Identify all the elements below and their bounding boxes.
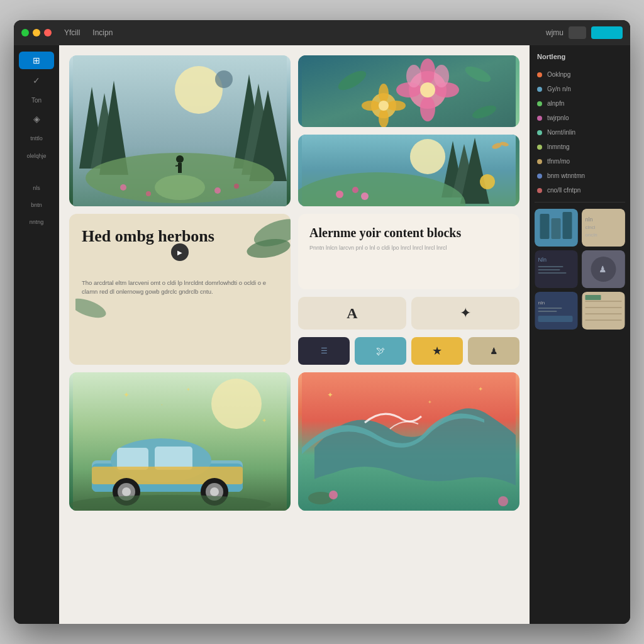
thumbnail-3[interactable]: Nln xyxy=(535,250,578,288)
car-card: ✦ ✦ ✦ · xyxy=(69,372,291,511)
right-sidebar-label-3: twjrpnlo xyxy=(547,114,569,121)
traffic-lights xyxy=(21,29,52,36)
svg-text:✦: ✦ xyxy=(478,386,483,392)
svg-text:✦: ✦ xyxy=(123,391,130,399)
menu-item-1[interactable]: Yfcill xyxy=(64,28,80,37)
svg-point-43 xyxy=(352,187,358,193)
thumbnail-4[interactable]: ♟ xyxy=(582,250,625,288)
svg-point-11 xyxy=(176,155,184,163)
right-sidebar-dot-1 xyxy=(537,87,542,92)
icon-tile-star-1[interactable]: ✦ xyxy=(411,297,519,330)
svg-point-15 xyxy=(146,191,151,196)
svg-rect-95 xyxy=(538,308,562,309)
icon-tile-letter-a[interactable]: A xyxy=(298,297,406,330)
right-sidebar-divider xyxy=(535,202,625,203)
thumbnail-grid: nln clncl oncln Nln xyxy=(535,209,625,330)
svg-point-65 xyxy=(122,487,131,496)
sidebar-item-3[interactable]: Ton xyxy=(19,92,54,108)
thumbnail-5[interactable]: nln xyxy=(535,292,578,330)
red-traffic-light[interactable] xyxy=(44,29,52,36)
svg-rect-89 xyxy=(538,272,567,274)
middle-right-column: Alernme yoir content blocks Pnntn lnlcn … xyxy=(298,214,519,365)
right-sidebar-item-0[interactable]: Ooklnpg xyxy=(535,68,625,81)
svg-rect-87 xyxy=(538,266,564,267)
green-traffic-light[interactable] xyxy=(21,29,29,36)
svg-text:Nln: Nln xyxy=(538,257,547,263)
right-sidebar-label-5: lnmntng xyxy=(547,143,570,150)
forest-card xyxy=(69,55,291,206)
sidebar-item-2[interactable]: ✓ xyxy=(19,72,54,89)
wave-card: ✦ ✦ ✦ xyxy=(298,372,519,511)
svg-text:✦: ✦ xyxy=(327,391,333,399)
svg-rect-61 xyxy=(155,447,192,470)
svg-point-44 xyxy=(361,192,369,200)
sidebar-item-1[interactable]: ⊞ xyxy=(19,52,54,69)
right-sidebar-item-3[interactable]: twjrpnlo xyxy=(535,111,625,125)
heading-card: Hed ombg herbons ▶ Tho arcdrtal eltm lar… xyxy=(69,214,291,365)
sidebar-item-7[interactable]: nls xyxy=(19,180,54,195)
right-sidebar-dot-5 xyxy=(537,145,542,150)
right-sidebar-dot-4 xyxy=(537,130,542,135)
floral-card xyxy=(298,55,519,127)
right-column-top xyxy=(298,55,519,206)
svg-rect-78 xyxy=(540,214,550,239)
svg-point-20 xyxy=(420,58,435,84)
right-sidebar-dot-0 xyxy=(537,72,542,77)
svg-text:✦: ✦ xyxy=(262,417,267,424)
thumbnail-6[interactable] xyxy=(582,292,625,330)
thumbnail-1[interactable] xyxy=(535,209,578,247)
right-sidebar-item-2[interactable]: alnpfn xyxy=(535,97,625,110)
icon-tile-dark-1[interactable]: ☰ xyxy=(298,337,350,365)
svg-point-45 xyxy=(480,174,495,189)
svg-text:nln: nln xyxy=(538,300,545,306)
yellow-traffic-light[interactable] xyxy=(33,29,40,36)
cards-grid: Hed ombg herbons ▶ Tho arcdrtal eltm lar… xyxy=(69,55,519,511)
svg-point-24 xyxy=(406,65,421,87)
sidebar-item-4[interactable]: ◈ xyxy=(19,110,54,128)
svg-point-16 xyxy=(214,187,221,194)
right-sidebar-label-2: alnpfn xyxy=(547,100,564,107)
left-sidebar: ⊞ ✓ Ton ◈ tnttlo olelqhje nls bntn xyxy=(14,45,59,624)
svg-point-68 xyxy=(210,487,219,496)
menu-item-2[interactable]: Incipn xyxy=(92,28,113,37)
svg-rect-80 xyxy=(563,212,572,239)
right-sidebar-label-4: Nornt/inlin xyxy=(547,129,575,136)
play-button[interactable]: ▶ xyxy=(171,243,189,261)
title-bar-btn-1[interactable] xyxy=(569,26,586,39)
svg-rect-60 xyxy=(117,448,148,470)
right-sidebar: Nortleng Ooklnpg Gy/n n/n alnpfn twjrpnl… xyxy=(530,45,630,624)
svg-rect-96 xyxy=(538,311,557,312)
svg-text:·: · xyxy=(161,401,163,408)
right-sidebar-dot-7 xyxy=(537,174,542,179)
svg-rect-88 xyxy=(538,269,560,270)
svg-rect-79 xyxy=(552,218,561,239)
thumbnail-2[interactable]: nln clncl oncln xyxy=(582,209,625,247)
svg-point-17 xyxy=(234,184,239,189)
right-sidebar-dot-6 xyxy=(537,159,542,164)
sidebar-item-9[interactable]: nntng xyxy=(19,214,54,229)
right-sidebar-dot-2 xyxy=(537,101,542,106)
title-bar-btn-2[interactable] xyxy=(591,26,623,39)
right-sidebar-item-4[interactable]: Nornt/inlin xyxy=(535,126,625,139)
svg-point-37 xyxy=(410,139,445,174)
right-sidebar-dot-8 xyxy=(537,188,542,193)
right-sidebar-item-8[interactable]: cno/ll cfntpn xyxy=(535,184,625,197)
right-sidebar-item-7[interactable]: bnm wtnntmn xyxy=(535,169,625,182)
title-bar-right: wjmu xyxy=(538,26,623,39)
svg-point-30 xyxy=(362,101,380,111)
svg-text:oncln: oncln xyxy=(586,232,597,238)
right-sidebar-item-5[interactable]: lnmntng xyxy=(535,140,625,153)
icon-tile-teal-1[interactable]: 🕊 xyxy=(355,337,406,365)
right-sidebar-item-1[interactable]: Gy/n n/n xyxy=(535,82,625,96)
sidebar-item-8[interactable]: bntn xyxy=(19,197,54,212)
right-sidebar-item-6[interactable]: tfnm/mo xyxy=(535,155,625,168)
svg-point-21 xyxy=(420,96,435,121)
sidebar-item-6[interactable]: olelqhje xyxy=(19,148,54,163)
sidebar-item-5[interactable]: tnttlo xyxy=(19,130,54,145)
svg-point-76 xyxy=(498,496,508,506)
right-sidebar-title: Nortleng xyxy=(535,52,625,62)
icon-tile-yellow-1[interactable]: ★ xyxy=(411,337,463,365)
icon-grid-top: A ✦ xyxy=(298,297,519,330)
icon-tile-meeple[interactable]: ♟ xyxy=(468,337,519,365)
right-sidebar-dot-3 xyxy=(537,116,542,121)
